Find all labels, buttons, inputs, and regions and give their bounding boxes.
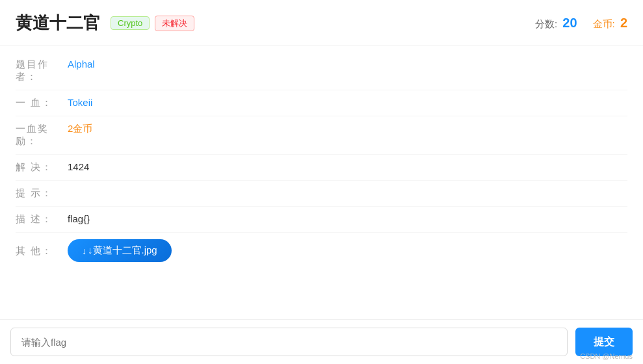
score-section: 分数: 20 xyxy=(535,16,577,31)
author-row: 题目作者： Alphal xyxy=(16,52,627,90)
other-row: 其 他： ↓ ↓黄道十二官.jpg xyxy=(16,233,627,268)
hint-row: 提 示： xyxy=(16,181,627,206)
desc-label: 描 述： xyxy=(16,213,68,226)
desc-value: flag{} xyxy=(68,213,90,224)
hint-label: 提 示： xyxy=(16,187,68,200)
blood-label: 一 血： xyxy=(16,97,68,109)
blood-reward-label: 一血奖励： xyxy=(16,123,68,148)
score-value: 20 xyxy=(562,16,577,30)
download-label: ↓黄道十二官.jpg xyxy=(88,244,157,257)
score-label: 分数: xyxy=(535,18,557,29)
solve-value: 1424 xyxy=(68,161,89,172)
header-stats: 分数: 20 金币: 2 xyxy=(535,16,627,31)
author-value[interactable]: Alphal xyxy=(68,58,95,70)
coin-label: 金币: xyxy=(593,18,615,29)
solve-label: 解 决： xyxy=(16,161,68,174)
watermark: CSDN @Nernus xyxy=(580,352,633,360)
page-container: 黄道十二官 Crypto 未解决 分数: 20 金币: 2 题目作者： Alph… xyxy=(0,0,643,364)
footer: 提交 xyxy=(0,319,643,364)
info-section: 题目作者： Alphal 一 血： Tokeii 一血奖励： 2金币 解 决： … xyxy=(0,46,643,275)
badge-crypto: Crypto xyxy=(111,16,150,30)
blood-reward-value[interactable]: 2金币 xyxy=(68,123,92,135)
blood-value[interactable]: Tokeii xyxy=(68,97,92,108)
header: 黄道十二官 Crypto 未解决 分数: 20 金币: 2 xyxy=(0,0,643,46)
solve-row: 解 决： 1424 xyxy=(16,155,627,180)
author-label: 题目作者： xyxy=(16,58,68,83)
download-button[interactable]: ↓ ↓黄道十二官.jpg xyxy=(68,239,172,262)
flag-input[interactable] xyxy=(10,328,568,356)
download-icon: ↓ xyxy=(82,246,86,256)
page-title: 黄道十二官 xyxy=(16,12,100,34)
desc-row: 描 述： flag{} xyxy=(16,207,627,232)
blood-row: 一 血： Tokeii xyxy=(16,90,627,116)
blood-reward-row: 一血奖励： 2金币 xyxy=(16,116,627,154)
coin-value: 2 xyxy=(620,16,627,30)
other-label: 其 他： xyxy=(16,245,68,257)
badge-unsolved: 未解决 xyxy=(155,16,194,31)
coin-section: 金币: 2 xyxy=(593,16,627,31)
